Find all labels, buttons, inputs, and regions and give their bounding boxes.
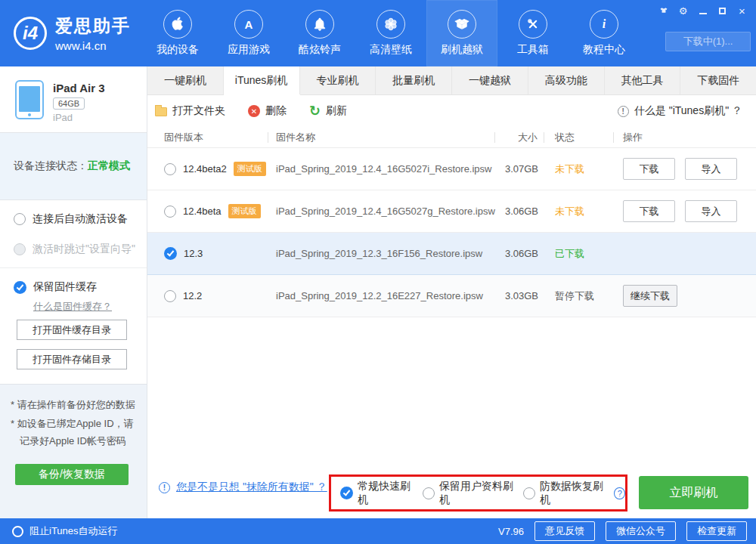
- connection-status: 设备连接状态： 正常模式: [0, 132, 147, 200]
- nav-my-devices[interactable]: 我的设备: [142, 0, 213, 66]
- app-title: 爱思助手: [55, 14, 131, 38]
- row-radio-checked[interactable]: [164, 247, 177, 260]
- tools-icon: [519, 10, 547, 39]
- close-icon[interactable]: ×: [736, 5, 748, 17]
- prevent-itunes-option[interactable]: 阻止iTunes自动运行: [12, 524, 118, 538]
- main-nav: 我的设备 A 应用游戏 酷炫铃声 高清壁纸 刷机越狱: [142, 0, 640, 66]
- action-label: 刷新: [326, 104, 347, 118]
- window-controls: ⚙ ×: [657, 5, 748, 17]
- tab-one-click-jailbreak[interactable]: 一键越狱: [452, 66, 528, 94]
- mode-normal-fast-flash[interactable]: 常规快速刷机: [340, 480, 413, 507]
- status-badge: 未下载: [555, 205, 584, 218]
- title-bar: i4 爱思助手 www.i4.cn 我的设备 A 应用游戏 酷炫铃声 高清壁: [0, 0, 756, 66]
- nav-label: 应用游戏: [228, 43, 270, 57]
- open-storage-dir-button[interactable]: 打开固件存储目录: [17, 349, 127, 369]
- nav-wallpapers[interactable]: 高清壁纸: [355, 0, 426, 66]
- table-header: 固件版本 固件名称 大小 状态 操作: [147, 127, 756, 148]
- nav-label: 刷机越狱: [441, 43, 483, 57]
- firmware-cache-help-link[interactable]: 什么是固件缓存？: [33, 300, 112, 314]
- connection-label: 设备连接状态：: [14, 159, 88, 173]
- firmware-filename: iPad_Spring_2019_12.4_16G5027g_Restore.i…: [276, 206, 495, 217]
- help-label: 什么是 "iTunes刷机" ？: [634, 104, 742, 118]
- firmware-version: 12.4beta: [183, 206, 222, 217]
- app-logo: i4 爱思助手 www.i4.cn: [14, 14, 131, 52]
- import-button[interactable]: 导入: [685, 200, 737, 222]
- tab-label: 专业刷机: [316, 74, 358, 88]
- erase-all-data-link[interactable]: ! 您是不是只想 "抹除所有数据" ？: [159, 481, 327, 494]
- beta-badge: 测试版: [234, 162, 266, 176]
- nav-toolbox[interactable]: 工具箱: [497, 0, 569, 66]
- row-radio[interactable]: [164, 290, 176, 302]
- downloading-status-button[interactable]: 下载中(1)...: [665, 32, 751, 51]
- bell-icon: [305, 10, 334, 39]
- mode-keep-user-data-flash[interactable]: 保留用户资料刷机: [423, 480, 513, 507]
- radio-disabled-icon: [14, 243, 26, 255]
- tab-pro-flash[interactable]: 专业刷机: [300, 66, 376, 94]
- column-header-version: 固件版本: [147, 132, 268, 143]
- open-folder-action[interactable]: 打开文件夹: [155, 104, 225, 118]
- status-badge: 未下载: [555, 162, 584, 176]
- connection-mode: 正常模式: [88, 159, 130, 173]
- open-cache-dir-button[interactable]: 打开固件缓存目录: [17, 320, 127, 340]
- row-radio[interactable]: [164, 206, 176, 218]
- firmware-version: 12.3: [184, 248, 203, 259]
- tab-download-firmware[interactable]: 下载固件: [680, 66, 756, 94]
- tab-batch-flash[interactable]: 批量刷机: [376, 66, 452, 94]
- feedback-button[interactable]: 意见反馈: [534, 521, 595, 541]
- option-keep-firmware-cache[interactable]: 保留固件缓存: [14, 280, 97, 294]
- question-help-icon[interactable]: ?: [614, 487, 625, 499]
- download-button[interactable]: 下载: [623, 200, 675, 222]
- delete-icon: ✕: [248, 105, 260, 117]
- status-badge: 暂停下载: [555, 289, 594, 303]
- firmware-version: 12.4beta2: [183, 163, 227, 175]
- nav-apps-games[interactable]: A 应用游戏: [213, 0, 284, 66]
- skin-icon[interactable]: [657, 5, 670, 17]
- check-update-button[interactable]: 检查更新: [686, 521, 747, 541]
- continue-download-button[interactable]: 继续下载: [623, 285, 677, 307]
- option-skip-setup[interactable]: 激活时跳过"设置向导": [14, 243, 135, 256]
- delete-action[interactable]: ✕ 删除: [248, 104, 287, 118]
- radio-checked-icon: [340, 487, 353, 499]
- refresh-icon: ↻: [309, 105, 321, 117]
- apple-icon: [163, 10, 192, 39]
- tab-label: iTunes刷机: [235, 74, 288, 88]
- nav-label: 酷炫铃声: [299, 43, 341, 57]
- toolbar: 打开文件夹 ✕ 删除 ↻ 刷新 ! 什么是 "iTunes刷机" ？: [147, 95, 756, 127]
- nav-ringtones[interactable]: 酷炫铃声: [284, 0, 355, 66]
- row-radio[interactable]: [164, 163, 176, 175]
- backup-restore-button[interactable]: 备份/恢复数据: [15, 464, 129, 485]
- maximize-icon[interactable]: [716, 5, 729, 17]
- tab-label: 一键越狱: [469, 74, 511, 88]
- radio-unchecked-icon: [14, 213, 26, 225]
- device-name: iPad Air 3: [53, 82, 105, 94]
- table-row[interactable]: 12.2 iPad_Spring_2019_12.2_16E227_Restor…: [147, 275, 756, 317]
- option-auto-activate[interactable]: 连接后自动激活设备: [14, 212, 128, 226]
- nav-label: 高清壁纸: [370, 43, 412, 57]
- erase-link-label: 您是不是只想 "抹除所有数据" ？: [176, 481, 327, 494]
- nav-tutorials[interactable]: i 教程中心: [569, 0, 640, 66]
- table-row[interactable]: 12.4beta2 测试版 iPad_Spring_2019_12.4_16G5…: [147, 148, 756, 190]
- table-row-selected[interactable]: 12.3 iPad_Spring_2019_12.3_16F156_Restor…: [147, 233, 756, 275]
- tab-itunes-flash[interactable]: iTunes刷机: [224, 66, 300, 94]
- mode-label: 保留用户资料刷机: [439, 480, 513, 507]
- column-header-size: 大小: [495, 132, 544, 143]
- itunes-flash-help-link[interactable]: ! 什么是 "iTunes刷机" ？: [618, 95, 742, 127]
- status-badge: 已下载: [555, 247, 584, 261]
- download-button[interactable]: 下载: [623, 158, 675, 180]
- wechat-account-button[interactable]: 微信公众号: [606, 521, 676, 541]
- tab-advanced[interactable]: 高级功能: [528, 66, 605, 94]
- radio-unchecked-icon: [523, 487, 535, 499]
- import-button[interactable]: 导入: [685, 158, 737, 180]
- refresh-action[interactable]: ↻ 刷新: [309, 104, 347, 118]
- settings-gear-icon[interactable]: ⚙: [677, 5, 689, 17]
- table-row[interactable]: 12.4beta 测试版 iPad_Spring_2019_12.4_16G50…: [147, 190, 756, 233]
- tab-other-tools[interactable]: 其他工具: [605, 66, 681, 94]
- flash-now-button[interactable]: 立即刷机: [639, 476, 748, 509]
- column-header-filename: 固件名称: [268, 132, 495, 143]
- tab-label: 其他工具: [621, 74, 663, 88]
- mode-anti-data-recovery-flash[interactable]: 防数据恢复刷机: [523, 480, 605, 507]
- minimize-icon[interactable]: [696, 5, 709, 17]
- nav-flash-jailbreak[interactable]: 刷机越狱: [426, 0, 497, 66]
- tab-one-click-flash[interactable]: 一键刷机: [147, 66, 224, 94]
- note-line: * 如设备已绑定Apple ID，请: [11, 417, 134, 431]
